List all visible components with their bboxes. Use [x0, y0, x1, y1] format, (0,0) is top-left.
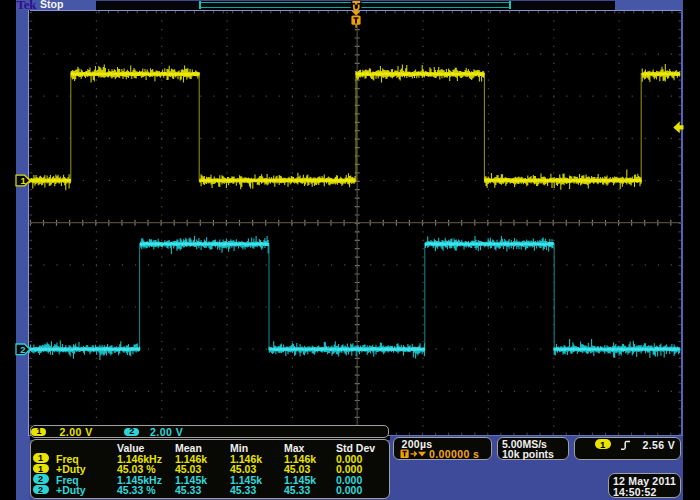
svg-text:1: 1: [21, 175, 27, 186]
svg-text:2: 2: [20, 344, 25, 355]
